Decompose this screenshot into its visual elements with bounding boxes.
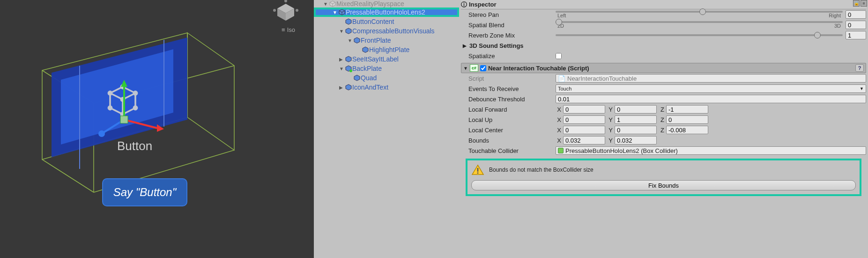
events-dropdown[interactable]: Touch ▼: [556, 84, 866, 93]
hierarchy-item-seeitsayit[interactable]: ▶ SeeItSayItLabel: [314, 54, 459, 64]
component-header-nearinteraction[interactable]: ▼ c# Near Interaction Touchable (Script)…: [461, 63, 866, 73]
svg-rect-47: [477, 168, 479, 172]
say-button-label-3d: Say "Button": [102, 178, 187, 206]
fix-bounds-button[interactable]: Fix Bounds: [471, 180, 856, 190]
gameobject-icon: [329, 0, 336, 8]
prefab-icon: [338, 8, 346, 16]
local-center-property: Local Center X Y Z: [461, 125, 866, 135]
svg-point-31: [98, 130, 105, 137]
button-label-3d: Button: [117, 139, 152, 153]
hierarchy-item-iconandtext[interactable]: ▶ IconAndText: [314, 83, 459, 92]
local-up-y[interactable]: [615, 115, 657, 124]
prefab-icon: [353, 37, 361, 44]
bounds-y[interactable]: [615, 136, 657, 144]
csharp-script-icon: c#: [470, 64, 478, 72]
svg-point-5: [273, 9, 276, 12]
inspector-panel[interactable]: ⓘ Inspector 🔒 ≡ Stereo Pan LeftRight Spa…: [459, 0, 868, 258]
panel-menu-icon[interactable]: ≡: [861, 0, 867, 7]
svg-marker-41: [346, 56, 351, 62]
script-property: Script 📄 NearInteractionTouchable: [461, 73, 866, 83]
prefab-icon: [362, 46, 369, 53]
svg-point-20: [134, 91, 137, 95]
hierarchy-item-mixedrealityplayspace[interactable]: ▼ MixedRealityPlayspace: [314, 0, 459, 8]
scene-view[interactable]: ≡ Iso: [0, 0, 314, 258]
svg-marker-6: [187, 33, 234, 150]
sound-3d-settings[interactable]: ▶ 3D Sound Settings: [461, 40, 866, 51]
svg-point-3: [284, 0, 287, 2]
spatialize-property: Spatialize: [461, 51, 866, 61]
bounds-x[interactable]: [563, 136, 605, 144]
expand-arrow-icon[interactable]: ▼: [333, 10, 337, 15]
prefab-icon: [353, 74, 361, 82]
chevron-down-icon: ▼: [860, 86, 864, 91]
inspector-tab[interactable]: ⓘ Inspector 🔒 ≡: [461, 0, 866, 9]
hierarchy-item-highlightplate[interactable]: ▶ HighlightPlate: [314, 45, 459, 54]
svg-marker-37: [346, 19, 351, 24]
warning-text: Bounds do not match the BoxCollider size: [489, 167, 594, 173]
local-center-z[interactable]: [666, 126, 708, 134]
expand-arrow-icon[interactable]: ▼: [339, 29, 344, 34]
prefab-icon: [345, 18, 352, 25]
local-up-z[interactable]: [666, 115, 708, 124]
hierarchy-panel[interactable]: ▼ MixedRealityPlayspace ▼ PressableButto…: [314, 0, 459, 258]
reverb-value[interactable]: [846, 31, 866, 39]
events-to-receive-property: Events To Receive Touch ▼: [461, 83, 866, 94]
stereo-pan-slider[interactable]: [556, 11, 843, 13]
local-center-y[interactable]: [615, 126, 657, 134]
prefab-icon: [345, 55, 352, 63]
script-icon: 📄: [558, 75, 565, 82]
hierarchy-item-backplate[interactable]: ▼ BackPlate: [314, 64, 459, 73]
svg-point-4: [296, 9, 298, 12]
local-forward-x[interactable]: [563, 105, 605, 114]
svg-rect-32: [120, 116, 128, 123]
local-forward-property: Local Forward X Y Z: [461, 104, 866, 114]
svg-marker-45: [346, 84, 351, 90]
debounce-property: Debounce Threshold: [461, 94, 866, 104]
touchable-collider-property: Touchable Collider PressableButtonHoloLe…: [461, 145, 866, 156]
script-object-field[interactable]: 📄 NearInteractionTouchable: [556, 74, 866, 83]
svg-point-24: [108, 91, 111, 95]
spatialize-checkbox[interactable]: [556, 53, 562, 59]
hierarchy-item-frontplate[interactable]: ▼ FrontPlate: [314, 36, 459, 45]
debounce-field[interactable]: [556, 95, 866, 103]
local-center-x[interactable]: [563, 126, 605, 134]
svg-marker-44: [354, 75, 360, 81]
collider-object-field[interactable]: PressableButtonHoloLens2 (Box Collider): [556, 146, 866, 155]
hierarchy-item-buttoncontent[interactable]: ▶ ButtonContent: [314, 17, 459, 26]
local-up-property: Local Up X Y Z: [461, 114, 866, 125]
local-forward-z[interactable]: [666, 105, 708, 114]
info-icon: ⓘ: [461, 0, 467, 9]
hierarchy-item-quad[interactable]: ▶ Quad: [314, 73, 459, 83]
bounds-property: Bounds X Y: [461, 135, 866, 145]
panel-lock-icon[interactable]: 🔒: [853, 0, 860, 7]
boxcollider-icon: [558, 148, 564, 153]
hierarchy-item-compressablevisuals[interactable]: ▼ CompressableButtonVisuals: [314, 26, 459, 36]
expand-arrow-icon[interactable]: ▶: [339, 85, 344, 90]
scene-3d-preview[interactable]: Button: [19, 28, 239, 197]
svg-marker-38: [346, 28, 351, 34]
expand-arrow-icon[interactable]: ▼: [339, 66, 344, 71]
prefab-icon: [345, 83, 352, 91]
svg-point-21: [134, 106, 137, 109]
warning-icon: [471, 164, 484, 175]
persp-toggle[interactable]: ≡ Iso: [282, 26, 295, 33]
expand-arrow-icon[interactable]: ▼: [323, 1, 328, 7]
prefab-icon: [345, 27, 352, 35]
local-up-x[interactable]: [563, 115, 605, 124]
expand-arrow-icon[interactable]: ▶: [339, 57, 344, 62]
svg-point-23: [108, 106, 111, 109]
expand-arrow-icon[interactable]: ▼: [348, 38, 352, 43]
persp-label: Iso: [287, 26, 295, 33]
svg-marker-39: [354, 38, 360, 43]
spatial-blend-slider[interactable]: [556, 21, 843, 23]
help-icon[interactable]: ?: [855, 64, 864, 72]
component-enable-checkbox[interactable]: [480, 65, 486, 71]
local-forward-y[interactable]: [615, 105, 657, 114]
spatial-blend-property: Spatial Blend 2D3D: [461, 20, 866, 30]
scene-gizmo[interactable]: [272, 0, 300, 23]
reverb-slider[interactable]: [556, 34, 843, 36]
svg-line-8: [42, 159, 94, 192]
stereo-pan-value[interactable]: [846, 10, 866, 19]
spatial-blend-value[interactable]: [846, 21, 866, 29]
hierarchy-item-pressablebutton[interactable]: ▼ PressableButtonHoloLens2: [314, 8, 459, 17]
